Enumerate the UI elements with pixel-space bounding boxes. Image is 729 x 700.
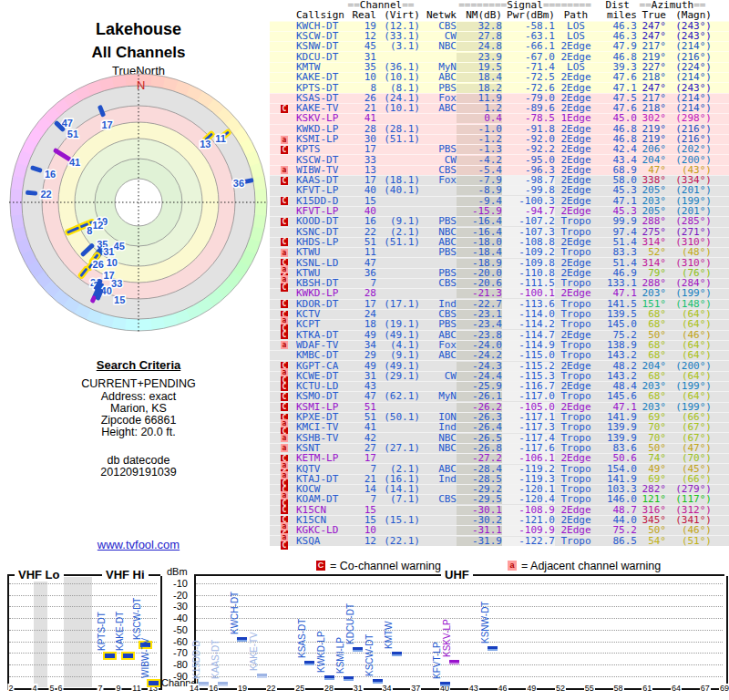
compass-ring-segment — [254, 189, 267, 203]
channel-label: 17 — [101, 119, 112, 130]
callsign-cell: KTWU — [294, 248, 345, 257]
path-cell: Tropo — [555, 217, 597, 226]
power-dbm-cell: -120.4 — [502, 495, 555, 504]
report-title: Lakehouse — [0, 20, 277, 39]
distance-cell: 154.0 — [597, 465, 637, 474]
x-axis-tick: 22 — [266, 684, 277, 693]
azimuth-true-cell: 205° — [637, 186, 666, 195]
dbm-axis-label: dBm — [167, 566, 188, 577]
channel-label: 15 — [114, 294, 125, 305]
table-row: KFVT-LP40(40.1)-8.9-99.82Edge45.3205°(20… — [270, 185, 729, 195]
power-dbm-cell: -106.1 — [502, 454, 555, 463]
bar-callsign-label: KSNW-DT — [481, 601, 490, 643]
real-channel-cell: 18 — [345, 320, 376, 329]
distance-cell: 45.0 — [597, 114, 637, 123]
channel-label: 11 — [215, 133, 226, 144]
virtual-channel-cell: (17.1) — [376, 300, 420, 309]
warning-flags: C — [281, 146, 294, 154]
gridline — [9, 664, 157, 665]
gridline — [196, 630, 723, 631]
bar-callsign-label: KSCW-DT — [365, 634, 375, 676]
co-channel-flag: C — [281, 541, 288, 550]
signal-bar — [353, 647, 363, 652]
report-subtitle: All Channels — [0, 44, 277, 62]
x-axis-tick: 58 — [613, 684, 624, 693]
bar-callsign-label: K15DD-D — [192, 640, 201, 679]
path-cell: 1Edge — [555, 114, 597, 123]
compass-ring-segment — [124, 318, 139, 331]
tvfool-link[interactable]: www.tvfool.com — [0, 538, 277, 551]
vhf-hi-label: VHF Hi — [102, 568, 149, 582]
virtual-channel-cell: (27.1) — [376, 444, 420, 453]
gridline — [196, 676, 723, 677]
channel-label: 41 — [69, 157, 80, 168]
real-channel-cell: 7 — [345, 465, 376, 474]
network-cell: NBC — [420, 42, 457, 51]
real-channel-cell: 12 — [345, 537, 376, 546]
power-dbm-cell: -109.9 — [502, 526, 555, 535]
y-axis-tick: -40 — [162, 612, 188, 623]
path-cell: Tropo — [555, 537, 597, 546]
real-channel-cell: 10 — [345, 73, 376, 82]
bar-callsign-label: KMTW — [385, 622, 394, 650]
azimuth-true-cell: 70° — [637, 423, 666, 432]
warning-flags: C — [281, 177, 294, 185]
x-axis-tick: 16 — [208, 684, 219, 693]
channel-label: 51 — [67, 129, 78, 139]
azimuth-magn-cell: (202°) — [666, 145, 712, 154]
azimuth-magn-cell: (51°) — [666, 537, 712, 546]
callsign-cell: KSKV-LP — [294, 114, 345, 123]
channel-label: 16 — [45, 169, 56, 180]
azimuth-true-cell: 302° — [637, 114, 666, 123]
x-axis-tick: 6 — [56, 684, 63, 693]
network-cell: CBS — [420, 495, 457, 504]
channel-label: 12 — [92, 220, 103, 231]
real-channel-cell: 11 — [345, 248, 376, 257]
signal-bar — [488, 646, 498, 651]
compass-ring-segment — [10, 201, 23, 216]
azimuth-true-cell: 54° — [637, 537, 666, 546]
adjacent-channel-legend-text: = Adjacent channel warning — [521, 560, 661, 572]
gridline — [196, 606, 723, 607]
compass-ring-segment — [10, 188, 23, 202]
bar-callsign-label: KWCH-DT — [231, 591, 240, 633]
warning-flags: a — [281, 444, 294, 452]
warning-flags: aC — [281, 275, 294, 292]
distance-cell: 47.1 — [597, 289, 637, 298]
table-row: CKGPT-CA49(49.1)-24.3-115.22Edge48.2204°… — [270, 360, 729, 370]
search-line: Zipcode 66861 — [0, 414, 277, 427]
signal-bar — [304, 661, 314, 665]
table-row: aCKOAM-DT7(7.1)CBS-29.5-120.4Tropo146.01… — [270, 494, 729, 504]
compass-ring-segment — [254, 202, 267, 217]
distance-cell: 86.5 — [597, 537, 637, 546]
azimuth-magn-cell: (214°) — [666, 42, 712, 51]
power-dbm-cell: -109.2 — [502, 248, 555, 257]
db-datecode-value: 201209191039 — [0, 466, 277, 479]
y-axis-tick: -80 — [162, 659, 188, 670]
path-cell: 2Edge — [555, 526, 597, 535]
bar-callsign-label: KAKE-DT — [116, 612, 125, 651]
virtual-channel-cell: (7.1) — [376, 495, 420, 504]
callsign-cell: KQTV — [294, 465, 345, 474]
nm-db-cell: -8.9 — [457, 186, 502, 195]
network-cell: Ind — [420, 475, 457, 484]
nm-db-cell: 0.4 — [457, 114, 502, 123]
gridline — [9, 583, 157, 584]
warning-flags: a — [281, 249, 294, 257]
distance-cell: 75.2 — [597, 526, 637, 535]
power-dbm-cell: -117.0 — [502, 392, 555, 401]
signal-bar — [257, 674, 267, 678]
path-cell: Tropo — [555, 320, 597, 329]
x-axis-tick: 49 — [526, 684, 537, 693]
power-dbm-cell: -117.3 — [502, 423, 555, 432]
vhf-panel — [7, 576, 162, 690]
path-cell: 2Edge — [555, 289, 597, 298]
table-row: KWKD-LP28-21.3-100.12Edge47.1203°(199°) — [270, 288, 729, 298]
adjacent-channel-flag: a — [281, 265, 288, 273]
callsign-cell: KSQA — [294, 537, 345, 546]
azimuth-magn-cell: (70°) — [666, 454, 712, 463]
network-cell: CBS — [420, 279, 457, 288]
path-cell: Tropo — [555, 351, 597, 360]
real-channel-cell: 45 — [345, 42, 376, 51]
path-cell: 2Edge — [555, 454, 597, 463]
